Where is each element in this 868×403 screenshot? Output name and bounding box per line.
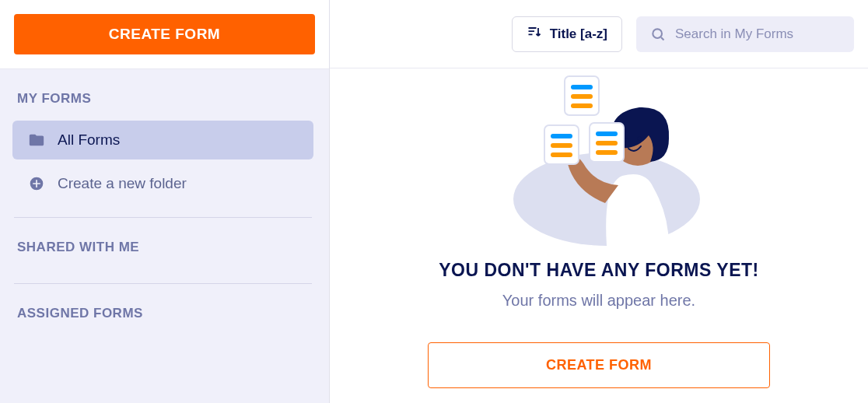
svg-rect-12 bbox=[571, 94, 593, 99]
section-header-shared-with-me[interactable]: SHARED WITH ME bbox=[0, 218, 326, 269]
svg-rect-9 bbox=[551, 152, 572, 157]
svg-rect-13 bbox=[571, 103, 593, 108]
svg-rect-7 bbox=[551, 134, 572, 138]
sidebar-top: CREATE FORM bbox=[0, 0, 329, 69]
svg-rect-11 bbox=[571, 85, 593, 89]
create-form-button[interactable]: CREATE FORM bbox=[14, 14, 315, 54]
toolbar: Title [a-z] bbox=[330, 0, 868, 68]
sidebar-item-label: Create a new folder bbox=[58, 175, 187, 192]
section-header-assigned-forms[interactable]: ASSIGNED FORMS bbox=[0, 284, 326, 335]
search-box[interactable] bbox=[636, 16, 854, 52]
empty-state: YOU DON'T HAVE ANY FORMS YET! Your forms… bbox=[330, 68, 868, 403]
svg-rect-17 bbox=[596, 150, 618, 155]
empty-subtitle: Your forms will appear here. bbox=[502, 292, 695, 310]
sidebar: CREATE FORM MY FORMS All Forms Create a … bbox=[0, 0, 330, 403]
empty-title: YOU DON'T HAVE ANY FORMS YET! bbox=[439, 260, 758, 281]
create-form-button-outline[interactable]: CREATE FORM bbox=[428, 342, 770, 388]
sort-icon bbox=[527, 24, 542, 44]
empty-illustration bbox=[490, 75, 708, 246]
sidebar-item-label: All Forms bbox=[58, 131, 120, 149]
main: Title [a-z] bbox=[330, 0, 868, 403]
svg-rect-15 bbox=[596, 131, 618, 136]
svg-point-1 bbox=[653, 29, 662, 38]
sort-button[interactable]: Title [a-z] bbox=[512, 16, 622, 52]
svg-rect-8 bbox=[551, 143, 572, 148]
section-header-my-forms: MY FORMS bbox=[0, 69, 326, 121]
sidebar-item-all-forms[interactable]: All Forms bbox=[12, 121, 313, 159]
sidebar-item-create-folder[interactable]: Create a new folder bbox=[12, 164, 313, 203]
sort-label: Title [a-z] bbox=[550, 26, 607, 42]
svg-point-4 bbox=[625, 138, 629, 142]
search-input[interactable] bbox=[675, 26, 840, 42]
svg-rect-16 bbox=[596, 141, 618, 145]
svg-point-5 bbox=[638, 137, 642, 141]
search-icon bbox=[650, 26, 666, 42]
sidebar-scroll[interactable]: MY FORMS All Forms Create a new folder S… bbox=[0, 69, 329, 403]
plus-circle-icon bbox=[28, 175, 45, 192]
folder-icon bbox=[28, 131, 45, 149]
